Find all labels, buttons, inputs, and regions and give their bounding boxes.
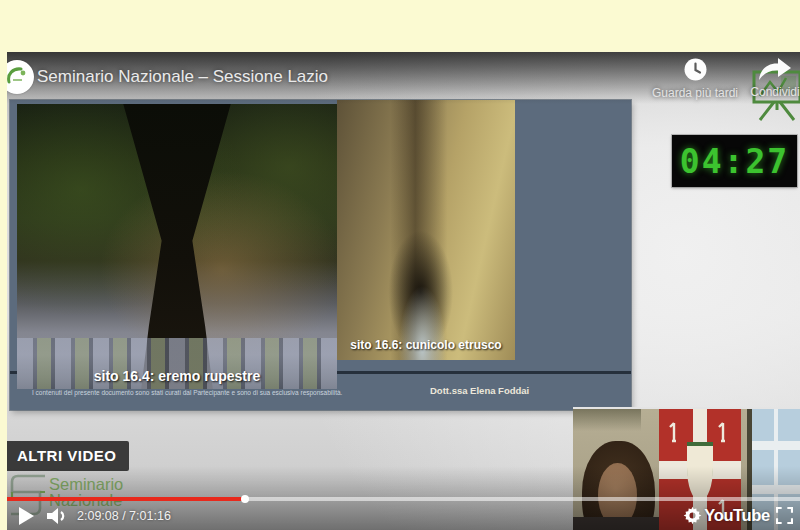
settings-button[interactable] (679, 501, 705, 530)
presentation-slide: sito 16.6: cunicolo etrusco sito 16.4: e… (10, 100, 631, 410)
banner-key-motif (669, 421, 679, 443)
channel-logo-icon (7, 60, 34, 94)
page: { "page": {"background": "#fbfad2"}, "pl… (0, 0, 800, 530)
volume-icon (47, 507, 69, 525)
banner-key-motif (718, 421, 728, 443)
countdown-timer: 04:27 (672, 135, 797, 187)
slide-caption-left: sito 16.4: eremo rupestre (17, 368, 337, 384)
share-label: Condividi (745, 85, 800, 99)
more-videos-button[interactable]: ALTRI VIDEO (7, 441, 129, 471)
share-arrow-icon (757, 57, 793, 81)
window-frame (752, 441, 800, 450)
webcam-shadow (573, 409, 641, 431)
watch-later-label: Guarda più tardi (649, 86, 741, 100)
slide-author: Dott.ssa Elena Foddai (430, 385, 529, 396)
countdown-timer-value: 04:27 (680, 142, 789, 181)
cave-photo-eremo-rupestre (17, 104, 337, 389)
watch-later-button[interactable]: Guarda più tardi (649, 57, 741, 100)
play-button[interactable] (15, 501, 37, 530)
fullscreen-button[interactable] (772, 501, 796, 530)
play-icon (19, 507, 34, 525)
tunnel-photo-cunicolo-etrusco (337, 100, 515, 360)
video-title[interactable]: Seminario Nazionale – Sessione Lazio (37, 67, 328, 87)
fullscreen-icon (776, 507, 793, 524)
channel-avatar[interactable] (7, 60, 34, 94)
share-button[interactable]: Condividi (745, 57, 800, 99)
slide-caption-right: sito 16.6: cunicolo etrusco (337, 338, 515, 352)
watch-later-clock-icon (683, 57, 708, 82)
slide-disclaimer: I contenuti del presente documento sono … (32, 389, 342, 396)
time-display: 2:09:08 / 7:01:16 (77, 509, 171, 523)
player-controls: 2:09:08 / 7:01:16 YouTube (7, 501, 800, 530)
video-player[interactable]: Seminario Nazionale – Sessione Lazio Gua… (7, 52, 800, 530)
time-display-wrap: 2:09:08 / 7:01:16 (77, 501, 171, 530)
youtube-logo: YouTube (704, 506, 769, 525)
settings-gear-icon (683, 506, 702, 525)
volume-button[interactable] (45, 501, 71, 530)
youtube-brand[interactable]: YouTube (707, 501, 767, 530)
